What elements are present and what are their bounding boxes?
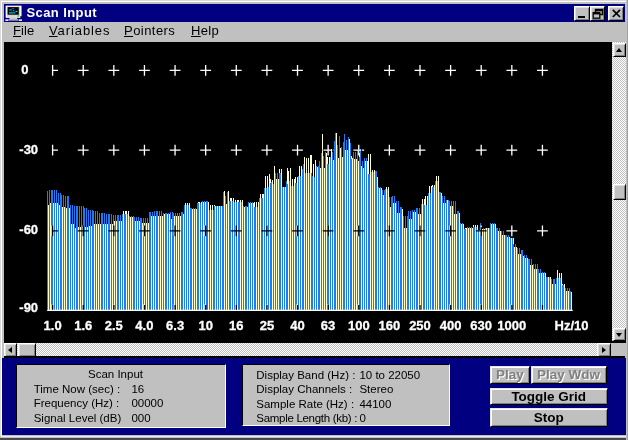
svg-text:63: 63 <box>321 318 335 333</box>
svg-text:1000: 1000 <box>497 318 526 333</box>
svg-text:Hz/10: Hz/10 <box>555 318 589 333</box>
svg-text:2.5: 2.5 <box>105 318 123 333</box>
svg-text:6.3: 6.3 <box>166 318 184 333</box>
svg-text:10: 10 <box>198 318 212 333</box>
svg-text:-90: -90 <box>19 300 38 315</box>
svg-text:25: 25 <box>260 318 274 333</box>
svg-text:-30: -30 <box>19 142 38 157</box>
svg-text:160: 160 <box>379 318 401 333</box>
svg-text:250: 250 <box>409 318 431 333</box>
svg-text:1.6: 1.6 <box>74 318 92 333</box>
svg-text:630: 630 <box>470 318 492 333</box>
svg-text:400: 400 <box>440 318 462 333</box>
svg-text:4.0: 4.0 <box>135 318 153 333</box>
svg-text:100: 100 <box>348 318 370 333</box>
svg-text:1.0: 1.0 <box>44 318 62 333</box>
svg-text:40: 40 <box>290 318 304 333</box>
svg-text:0: 0 <box>21 62 28 77</box>
svg-text:-60: -60 <box>19 222 38 237</box>
svg-text:16: 16 <box>229 318 243 333</box>
